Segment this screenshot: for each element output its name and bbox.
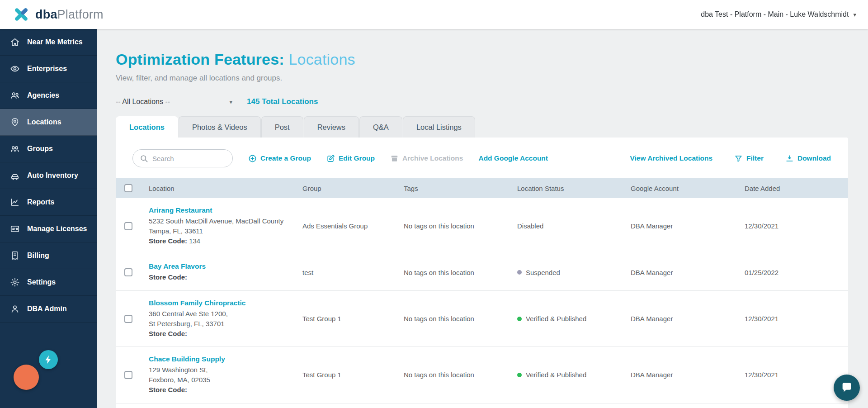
- sidebar-item-settings[interactable]: Settings: [0, 269, 97, 296]
- sidebar-item-near-me-metrics[interactable]: Near Me Metrics: [0, 29, 97, 56]
- location-cell: Bay Area FlavorsStore Code:: [149, 262, 302, 282]
- status-cell: Suspended: [517, 269, 631, 276]
- row-checkbox[interactable]: [124, 268, 132, 276]
- chat-icon: [840, 381, 853, 394]
- home-icon: [10, 37, 20, 47]
- lightning-icon: [43, 355, 53, 365]
- chart-icon: [10, 197, 20, 207]
- row-checkbox[interactable]: [124, 315, 132, 323]
- search-box[interactable]: [132, 149, 233, 167]
- filter-icon: [734, 154, 743, 163]
- create-group-button[interactable]: Create a Group: [248, 154, 311, 163]
- group-cell: Test Group 1: [302, 371, 404, 379]
- location-address: 129 Washington St,: [149, 365, 294, 375]
- sidebar-item-manage-licenses[interactable]: Manage Licenses: [0, 216, 97, 242]
- row-checkbox[interactable]: [124, 371, 132, 379]
- location-address: 360 Central Ave Ste 1200,: [149, 309, 294, 319]
- date-added-cell: 12/30/2021: [745, 315, 848, 323]
- map-pin-icon: [10, 117, 20, 127]
- plus-circle-icon: [248, 154, 257, 163]
- tab-qa[interactable]: Q&A: [359, 116, 402, 138]
- location-address: Foxboro, MA, 02035: [149, 375, 294, 385]
- location-link[interactable]: Blossom Family Chiropractic: [149, 299, 245, 307]
- location-link[interactable]: Arirang Restaurant: [149, 206, 212, 214]
- table-body: Arirang Restaurant5232 South MacDill Ave…: [116, 198, 848, 403]
- location-filter-select[interactable]: -- All Locations -- ▾: [116, 98, 232, 106]
- notification-launcher[interactable]: [14, 365, 39, 390]
- groups-icon: [10, 144, 20, 154]
- add-google-account-button[interactable]: Add Google Account: [478, 154, 548, 162]
- chat-launcher[interactable]: [834, 375, 860, 401]
- column-header: Date Added: [745, 185, 848, 192]
- sidebar-item-label: DBA Admin: [27, 304, 67, 313]
- page-title-bold: Optimization Features:: [116, 51, 284, 68]
- tab-reviews[interactable]: Reviews: [304, 116, 359, 138]
- download-button[interactable]: Download: [785, 154, 831, 163]
- sidebar-item-reports[interactable]: Reports: [0, 189, 97, 216]
- filter-button[interactable]: Filter: [734, 154, 764, 163]
- edit-group-button[interactable]: Edit Group: [326, 154, 375, 163]
- sidebar-item-enterprises[interactable]: Enterprises: [0, 56, 97, 82]
- tab-bar: LocationsPhotos & VideosPostReviewsQ&ALo…: [116, 116, 848, 138]
- logo-icon: [12, 5, 31, 24]
- toolbar-right: View Archived Locations Filter Download: [630, 154, 831, 163]
- boost-launcher[interactable]: [39, 350, 58, 369]
- tab-locations[interactable]: Locations: [116, 116, 178, 138]
- car-icon: [10, 171, 20, 180]
- tags-cell: No tags on this location: [404, 269, 517, 276]
- status-label: Verified & Published: [526, 315, 586, 323]
- status-label: Suspended: [526, 269, 560, 276]
- tab-post[interactable]: Post: [261, 116, 303, 138]
- sidebar-item-label: Settings: [27, 278, 56, 287]
- sidebar-item-label: Enterprises: [27, 64, 67, 73]
- archive-locations-button[interactable]: Archive Locations: [390, 154, 463, 163]
- main-content: Optimization Features: Locations View, f…: [97, 0, 868, 408]
- store-code: Store Code: 134: [149, 236, 294, 246]
- view-archived-locations-button[interactable]: View Archived Locations: [630, 154, 712, 162]
- search-input[interactable]: [152, 155, 226, 162]
- sidebar-item-groups[interactable]: Groups: [0, 136, 97, 162]
- location-cell: Arirang Restaurant5232 South MacDill Ave…: [149, 206, 302, 246]
- google-account-cell: DBA Manager: [631, 269, 745, 276]
- tab-photos-videos[interactable]: Photos & Videos: [179, 116, 261, 138]
- page-title-light: Locations: [288, 51, 355, 68]
- status-label: Verified & Published: [526, 371, 586, 379]
- column-header: Location: [149, 185, 302, 192]
- table-row: Chace Building Supply129 Washington St,F…: [116, 347, 848, 403]
- table-row: Blossom Family Chiropractic360 Central A…: [116, 291, 848, 347]
- status-dot-icon: [517, 270, 522, 275]
- edit-icon: [326, 154, 335, 163]
- app-logo[interactable]: dbaPlatform: [12, 5, 104, 24]
- tags-cell: No tags on this location: [404, 222, 517, 230]
- filter-row: -- All Locations -- ▾ 145 Total Location…: [116, 97, 848, 106]
- sidebar-item-label: Reports: [27, 198, 54, 207]
- google-account-cell: DBA Manager: [631, 371, 745, 379]
- location-link[interactable]: Chace Building Supply: [149, 355, 225, 363]
- logo-text: dbaPlatform: [35, 8, 104, 22]
- receipt-icon: [10, 251, 20, 261]
- tags-cell: No tags on this location: [404, 371, 517, 379]
- sidebar-item-auto-inventory[interactable]: Auto Inventory: [0, 162, 97, 189]
- sidebar-item-locations[interactable]: Locations: [0, 109, 97, 136]
- location-cell: Blossom Family Chiropractic360 Central A…: [149, 299, 302, 338]
- tab-local-listings[interactable]: Local Listings: [403, 116, 475, 138]
- sidebar-item-agencies[interactable]: Agencies: [0, 82, 97, 109]
- status-dot-icon: [517, 373, 522, 377]
- account-menu[interactable]: dba Test - Platform - Main - Luke Waldsc…: [701, 10, 856, 19]
- sidebar-item-label: Auto Inventory: [27, 171, 78, 180]
- group-cell: Ads Essentials Group: [302, 222, 404, 230]
- date-added-cell: 12/30/2021: [745, 222, 848, 230]
- sidebar-item-billing[interactable]: Billing: [0, 242, 97, 269]
- row-checkbox[interactable]: [124, 222, 132, 230]
- store-code: Store Code:: [149, 385, 294, 395]
- table-row: Arirang Restaurant5232 South MacDill Ave…: [116, 198, 848, 254]
- toolbar: Create a Group Edit Group Archive Locati…: [116, 138, 848, 178]
- location-link[interactable]: Bay Area Flavors: [149, 262, 206, 270]
- table-row: Bay Area FlavorsStore Code: testNo tags …: [116, 254, 848, 291]
- select-all-checkbox[interactable]: [124, 184, 132, 192]
- table-header: LocationGroupTagsLocation StatusGoogle A…: [116, 178, 848, 198]
- sidebar-item-label: Near Me Metrics: [27, 38, 83, 47]
- page-title: Optimization Features: Locations: [116, 51, 848, 68]
- sidebar-item-dba-admin[interactable]: DBA Admin: [0, 296, 97, 323]
- people-icon: [10, 90, 20, 100]
